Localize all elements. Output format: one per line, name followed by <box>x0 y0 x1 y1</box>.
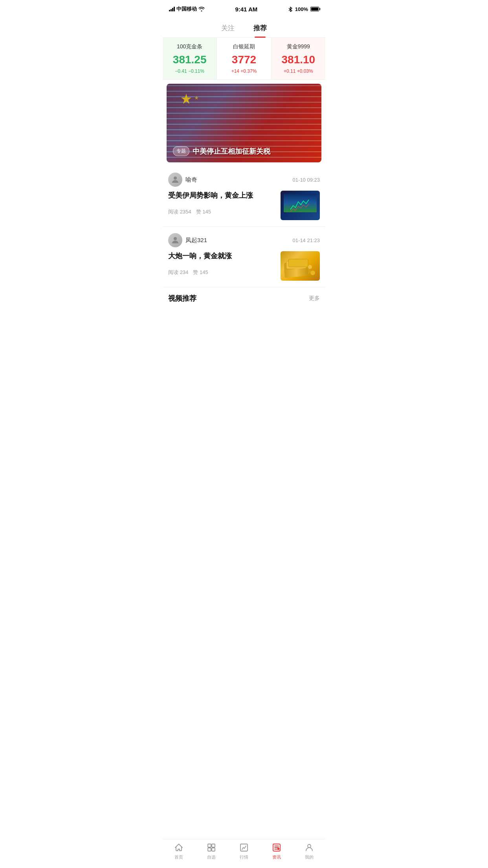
article-time: 01-10 09:23 <box>293 177 320 183</box>
status-time: 9:41 AM <box>235 6 257 13</box>
svg-marker-1 <box>194 96 198 100</box>
gold-image <box>281 251 320 281</box>
article-item[interactable]: 凤起321 01-14 21:23 大炮一响，黄金就涨 阅读 234 赞 145 <box>163 227 325 287</box>
price-card-name: 100克金条 <box>167 43 212 50</box>
status-bar: 中国移动 9:41 AM 100% <box>163 0 325 17</box>
article-stats: 阅读 234 赞 145 <box>168 269 276 276</box>
tab-underline <box>255 37 266 38</box>
price-value: 381.10 <box>276 53 321 66</box>
signal-icon <box>169 7 175 11</box>
bluetooth-icon <box>288 6 293 12</box>
monitor-chart-icon <box>288 198 312 213</box>
tab-follow[interactable]: 关注 <box>220 20 236 37</box>
price-change: +14 +0.37% <box>222 68 266 74</box>
battery-percentage: 100% <box>295 6 308 12</box>
article-thumbnail <box>281 251 320 281</box>
tab-recommend[interactable]: 推荐 <box>252 20 268 37</box>
video-section-title: 视频推荐 <box>168 294 196 303</box>
video-section-header: 视频推荐 更多 <box>163 287 325 306</box>
banner[interactable]: 专题 中美停止互相加征新关税 <box>167 84 321 162</box>
avatar-icon <box>171 235 180 245</box>
svg-rect-6 <box>288 259 308 267</box>
svg-point-3 <box>174 237 177 240</box>
top-tab-bar: 关注 推荐 <box>163 17 325 38</box>
article-stats: 阅读 2354 赞 145 <box>168 208 276 215</box>
svg-point-9 <box>308 265 312 269</box>
avatar-icon <box>171 175 180 184</box>
article-time: 01-14 21:23 <box>293 237 320 243</box>
article-body: 受美伊局势影响，黄金上涨 阅读 2354 赞 145 <box>168 191 320 220</box>
author-avatar <box>168 173 182 187</box>
likes-label: 赞 145 <box>193 269 208 276</box>
price-value: 3772 <box>222 53 266 66</box>
article-author: 喻奇 <box>168 173 197 187</box>
price-change: +0.11 +0.03% <box>276 68 321 74</box>
price-card-silver[interactable]: 白银延期 3772 +14 +0.37% <box>217 38 271 79</box>
flag-decoration <box>178 92 210 111</box>
likes-label: 赞 145 <box>196 208 211 215</box>
article-body: 大炮一响，黄金就涨 阅读 234 赞 145 <box>168 251 320 281</box>
wifi-icon <box>198 7 205 11</box>
reads-label: 阅读 234 <box>168 269 188 276</box>
svg-point-2 <box>174 177 177 180</box>
banner-title: 中美停止互相加征新关税 <box>193 147 270 156</box>
price-card-gold-bar[interactable]: 100克金条 381.25 −0.41 −0.11% <box>163 38 217 79</box>
battery-icon <box>310 7 319 11</box>
video-section-more[interactable]: 更多 <box>309 295 320 302</box>
banner-tag: 专题 <box>173 146 189 156</box>
status-left: 中国移动 <box>169 6 205 13</box>
author-name: 凤起321 <box>185 237 207 244</box>
price-change: −0.41 −0.11% <box>167 68 212 74</box>
article-title: 受美伊局势影响，黄金上涨 <box>168 191 276 200</box>
article-item[interactable]: 喻奇 01-10 09:23 受美伊局势影响，黄金上涨 阅读 2354 赞 14… <box>163 166 325 227</box>
author-name: 喻奇 <box>185 176 197 184</box>
status-right: 100% <box>288 6 319 12</box>
reads-label: 阅读 2354 <box>168 208 191 215</box>
price-card-name: 黄金9999 <box>276 43 321 50</box>
article-title: 大炮一响，黄金就涨 <box>168 251 276 261</box>
price-card-row: 100克金条 381.25 −0.41 −0.11% 白银延期 3772 +14… <box>163 38 325 80</box>
article-author: 凤起321 <box>168 233 207 247</box>
article-thumbnail <box>281 191 320 220</box>
price-card-name: 白银延期 <box>222 43 266 50</box>
price-card-gold9999[interactable]: 黄金9999 381.10 +0.11 +0.03% <box>272 38 325 79</box>
author-avatar <box>168 233 182 247</box>
svg-point-8 <box>310 270 315 275</box>
carrier-label: 中国移动 <box>176 6 197 13</box>
price-value: 381.25 <box>167 53 212 66</box>
svg-marker-0 <box>181 94 191 104</box>
